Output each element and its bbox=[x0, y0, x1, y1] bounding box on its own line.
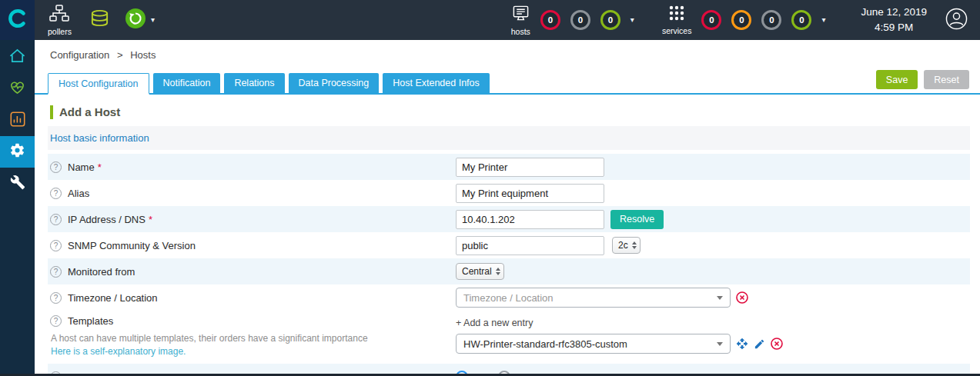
services-status-group: services 0 0 0 0 ▾ bbox=[662, 5, 826, 35]
ip-label: IP Address / DNS bbox=[68, 214, 145, 225]
home-icon bbox=[8, 48, 26, 67]
hosts-down-value: 0 bbox=[548, 15, 553, 25]
alias-label: Alias bbox=[68, 188, 89, 199]
refresh-icon bbox=[125, 8, 146, 32]
template-edit-button[interactable] bbox=[754, 338, 765, 350]
monitored-from-label: Monitored from bbox=[68, 266, 135, 278]
services-unknown-count[interactable]: 0 bbox=[761, 10, 781, 30]
required-asterisk: * bbox=[149, 214, 152, 225]
tab-data-processing[interactable]: Data Processing bbox=[289, 73, 380, 93]
hosts-menu[interactable]: hosts bbox=[511, 5, 530, 36]
hosts-down-count[interactable]: 0 bbox=[540, 10, 560, 30]
page-title: Add a Host bbox=[50, 105, 980, 119]
template-select-value: HW-Printer-standard-rfc3805-custom bbox=[463, 338, 717, 350]
reset-button[interactable]: Reset bbox=[924, 70, 969, 89]
services-unknown-value: 0 bbox=[769, 15, 774, 25]
help-icon[interactable]: ? bbox=[50, 188, 62, 199]
date-text: June 12, 2019 bbox=[861, 5, 927, 20]
services-warning-count[interactable]: 0 bbox=[731, 10, 751, 30]
resolve-button[interactable]: Resolve bbox=[610, 210, 664, 229]
main-content: Configuration > Hosts Host Configuration… bbox=[35, 40, 980, 376]
tab-host-extended-infos[interactable]: Host Extended Infos bbox=[383, 73, 490, 93]
sidebar-item-administration[interactable] bbox=[0, 168, 35, 199]
wrench-icon bbox=[10, 175, 25, 193]
hosts-up-count[interactable]: 0 bbox=[600, 10, 620, 30]
save-button[interactable]: Save bbox=[876, 70, 918, 89]
services-critical-value: 0 bbox=[709, 15, 714, 25]
sidebar-item-home[interactable] bbox=[0, 42, 35, 73]
services-ok-count[interactable]: 0 bbox=[791, 10, 811, 30]
form-row-monitored-from: ? Monitored from Central bbox=[48, 258, 970, 284]
breadcrumb-separator: > bbox=[117, 49, 123, 61]
form-actions: Save Reset bbox=[876, 70, 969, 89]
centreon-logo-icon bbox=[8, 8, 28, 32]
hosts-status-group: hosts 0 0 0 ▾ bbox=[511, 5, 634, 36]
hosts-up-value: 0 bbox=[608, 15, 613, 25]
template-select[interactable]: HW-Printer-standard-rfc3805-custom bbox=[456, 334, 731, 354]
tab-host-configuration[interactable]: Host Configuration bbox=[48, 73, 149, 95]
snmp-community-input[interactable] bbox=[456, 236, 604, 255]
chevron-down-icon bbox=[717, 342, 723, 346]
services-warning-value: 0 bbox=[739, 15, 744, 25]
sidebar bbox=[0, 40, 35, 376]
chevron-down-icon bbox=[717, 296, 723, 300]
help-icon[interactable]: ? bbox=[50, 315, 62, 327]
refresh-menu[interactable]: ▾ bbox=[125, 8, 155, 32]
host-form: ? Name * ? Alias bbox=[48, 154, 970, 376]
select-stepper-icon bbox=[496, 268, 500, 275]
template-move-button[interactable] bbox=[736, 338, 748, 350]
template-delete-button[interactable] bbox=[771, 338, 783, 350]
name-input[interactable] bbox=[456, 158, 604, 177]
ip-input[interactable] bbox=[456, 210, 604, 229]
tab-bar: Host Configuration Notification Relation… bbox=[35, 70, 980, 95]
user-icon bbox=[945, 8, 968, 33]
monitored-from-select[interactable]: Central bbox=[456, 263, 504, 280]
chevron-down-icon[interactable]: ▾ bbox=[821, 16, 825, 24]
name-label: Name bbox=[68, 161, 95, 173]
breadcrumb-hosts[interactable]: Hosts bbox=[130, 49, 156, 61]
help-icon[interactable]: ? bbox=[50, 214, 62, 225]
tab-relations[interactable]: Relations bbox=[224, 73, 284, 93]
centreon-logo[interactable] bbox=[0, 0, 35, 40]
snmp-version-select[interactable]: 2c bbox=[612, 237, 641, 254]
section-header: Host basic information bbox=[48, 126, 970, 150]
snmp-version-value: 2c bbox=[618, 240, 628, 251]
required-asterisk: * bbox=[98, 161, 102, 173]
snmp-label: SNMP Community & Version bbox=[68, 240, 196, 251]
sidebar-item-monitoring[interactable] bbox=[0, 73, 35, 105]
sidebar-item-reporting[interactable] bbox=[0, 105, 35, 136]
timezone-select[interactable]: Timezone / Location bbox=[456, 288, 731, 308]
database-icon bbox=[90, 17, 109, 30]
add-template-entry-link[interactable]: + Add a new entry bbox=[456, 318, 533, 328]
services-critical-count[interactable]: 0 bbox=[701, 10, 721, 30]
app-root: pollers ▾ bbox=[0, 0, 980, 376]
breadcrumb-configuration[interactable]: Configuration bbox=[50, 49, 109, 61]
chevron-down-icon[interactable]: ▾ bbox=[151, 16, 155, 24]
alias-input[interactable] bbox=[456, 184, 604, 203]
sidebar-item-configuration[interactable] bbox=[0, 136, 35, 168]
chevron-down-icon[interactable]: ▾ bbox=[630, 16, 634, 24]
help-icon[interactable]: ? bbox=[50, 240, 62, 251]
form-row-snmp: ? SNMP Community & Version 2c bbox=[48, 232, 970, 258]
time-text: 4:59 PM bbox=[861, 20, 927, 35]
pollers-menu[interactable]: pollers bbox=[48, 5, 72, 36]
form-row-timezone: ? Timezone / Location Timezone / Locatio… bbox=[48, 284, 970, 311]
help-icon[interactable]: ? bbox=[50, 266, 62, 278]
tab-notification[interactable]: Notification bbox=[153, 73, 221, 93]
timezone-clear-button[interactable] bbox=[736, 291, 748, 304]
services-menu[interactable]: services bbox=[662, 5, 692, 35]
form-row-name: ? Name * bbox=[48, 154, 970, 180]
help-icon[interactable]: ? bbox=[50, 161, 62, 173]
hosts-icon bbox=[512, 5, 530, 25]
select-stepper-icon bbox=[632, 241, 637, 249]
pollers-icon bbox=[49, 5, 69, 25]
templates-help-link[interactable]: Here is a self-explanatory image. bbox=[51, 346, 186, 357]
help-icon[interactable]: ? bbox=[50, 292, 62, 304]
user-menu[interactable] bbox=[945, 8, 968, 33]
hosts-unreachable-count[interactable]: 0 bbox=[570, 10, 590, 30]
templates-help-text: A host can have multiple templates, thei… bbox=[51, 333, 456, 344]
chart-icon bbox=[9, 111, 26, 131]
heart-pulse-icon bbox=[8, 79, 26, 98]
timezone-label: Timezone / Location bbox=[68, 292, 158, 304]
database-menu[interactable] bbox=[90, 9, 109, 31]
